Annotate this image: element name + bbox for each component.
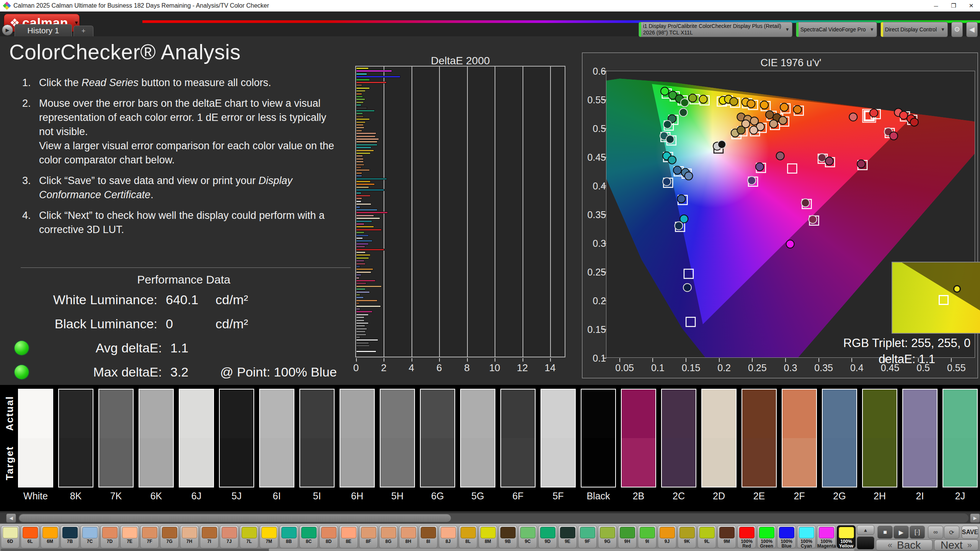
deltae-bar[interactable] bbox=[356, 201, 361, 202]
maximize-icon[interactable]: ❐ bbox=[945, 0, 962, 11]
measured-point[interactable] bbox=[661, 87, 669, 95]
deltae-bar[interactable] bbox=[356, 268, 373, 270]
deltae-bar[interactable] bbox=[356, 215, 374, 217]
deltae-bar[interactable] bbox=[356, 263, 366, 265]
deltae-bar[interactable] bbox=[356, 235, 369, 236]
scroll-right-icon[interactable]: ▶ bbox=[970, 514, 980, 523]
pattern-button-7D[interactable]: 7D bbox=[100, 525, 119, 548]
deltae-bar[interactable] bbox=[356, 141, 377, 143]
pattern-button-8D[interactable]: 8D bbox=[319, 525, 338, 548]
pattern-button-9L[interactable]: 9L bbox=[697, 525, 716, 548]
comparator-patch-6I[interactable] bbox=[259, 389, 294, 487]
deltae-bar[interactable] bbox=[356, 186, 369, 188]
tab-history-1[interactable]: History 1 bbox=[15, 24, 72, 36]
deltae-bar[interactable] bbox=[356, 237, 363, 239]
comparator-patch-6G[interactable] bbox=[420, 389, 455, 487]
pattern-button-8C[interactable]: 8C bbox=[299, 525, 318, 548]
measured-point[interactable] bbox=[666, 135, 674, 143]
deltae-bar[interactable] bbox=[356, 302, 359, 304]
deltae-bar[interactable] bbox=[356, 254, 371, 256]
deltae-bar[interactable] bbox=[356, 203, 371, 205]
palette-scrollbar[interactable] bbox=[1, 549, 854, 551]
measured-point[interactable] bbox=[699, 95, 707, 103]
deltae-bar[interactable] bbox=[356, 178, 387, 180]
deltae-bar[interactable] bbox=[356, 90, 366, 92]
deltae-bar[interactable] bbox=[356, 96, 363, 98]
pattern-button-9K[interactable]: 9K bbox=[678, 525, 696, 548]
deltae-bar[interactable] bbox=[356, 271, 371, 273]
play-button[interactable]: ▶ bbox=[893, 526, 909, 539]
deltae-bar[interactable] bbox=[356, 251, 366, 253]
custom-pattern-swatch[interactable] bbox=[857, 536, 874, 549]
deltae-bar[interactable] bbox=[356, 277, 359, 279]
deltae-bar[interactable] bbox=[356, 152, 371, 154]
deltae-bar[interactable] bbox=[356, 98, 365, 100]
deltae-bar[interactable] bbox=[356, 300, 377, 302]
deltae-bar[interactable] bbox=[356, 84, 362, 86]
session-play-button[interactable]: ▶ bbox=[2, 24, 13, 36]
pattern-button-8M[interactable]: 8M bbox=[479, 525, 497, 548]
deltae-bar[interactable] bbox=[356, 161, 364, 163]
deltae-bar[interactable] bbox=[356, 73, 367, 75]
deltae-bar[interactable] bbox=[356, 209, 377, 211]
deltae-bar[interactable] bbox=[356, 121, 366, 123]
palette-scrollbar-thumb[interactable] bbox=[269, 549, 854, 551]
deltae-bar[interactable] bbox=[356, 150, 374, 152]
deltae-bar[interactable] bbox=[356, 240, 372, 242]
measured-point[interactable] bbox=[750, 117, 758, 125]
measured-point[interactable] bbox=[679, 108, 688, 116]
deltae-bar[interactable] bbox=[356, 138, 379, 140]
pattern-button-100Magenta[interactable]: 100% Magenta bbox=[817, 525, 836, 548]
deltae-bar[interactable] bbox=[356, 328, 367, 330]
pattern-button-100Yellow[interactable]: 100% Yellow bbox=[837, 525, 856, 548]
deltae-bar[interactable] bbox=[356, 164, 364, 166]
deltae-bar[interactable] bbox=[356, 135, 376, 137]
comparator-patch-5F[interactable] bbox=[541, 389, 576, 487]
measured-point[interactable] bbox=[668, 156, 676, 164]
deltae-bar[interactable] bbox=[356, 212, 388, 214]
pattern-button-7H[interactable]: 7H bbox=[180, 525, 199, 548]
deltae-bar[interactable] bbox=[356, 314, 369, 316]
deltae-bar[interactable] bbox=[356, 172, 362, 174]
comparator-patch-Black[interactable] bbox=[581, 389, 616, 487]
comparator-patch-6J[interactable] bbox=[179, 389, 214, 487]
pattern-button-7L[interactable]: 7L bbox=[240, 525, 258, 548]
deltae-bar[interactable] bbox=[356, 334, 366, 336]
deltae-bar[interactable] bbox=[356, 70, 392, 72]
pattern-button-9H[interactable]: 9H bbox=[618, 525, 637, 548]
pattern-button-9F[interactable]: 9F bbox=[578, 525, 597, 548]
measured-point[interactable] bbox=[849, 113, 857, 121]
pattern-button-7J[interactable]: 7J bbox=[220, 525, 238, 548]
measured-point[interactable] bbox=[857, 160, 865, 168]
measured-point[interactable] bbox=[683, 284, 691, 292]
measured-point[interactable] bbox=[689, 94, 697, 102]
measured-point[interactable] bbox=[780, 103, 788, 111]
pattern-button-9J[interactable]: 9J bbox=[658, 525, 676, 548]
pattern-button-9B[interactable]: 9B bbox=[498, 525, 517, 548]
deltae-bar[interactable] bbox=[356, 243, 369, 245]
deltae-bar[interactable] bbox=[356, 246, 365, 248]
deltae-bar[interactable] bbox=[356, 104, 361, 106]
comparator-patch-White[interactable] bbox=[18, 389, 53, 487]
deltae-bar[interactable] bbox=[356, 158, 364, 160]
deltae-bar[interactable] bbox=[356, 217, 380, 219]
next-button[interactable]: Next » bbox=[934, 540, 978, 551]
pattern-button-8G[interactable]: 8G bbox=[379, 525, 398, 548]
pattern-button-9I[interactable]: 9I bbox=[638, 525, 657, 548]
measured-point[interactable] bbox=[737, 126, 745, 134]
comparator-patch-2H[interactable] bbox=[862, 389, 897, 487]
deltae-bar[interactable] bbox=[356, 322, 369, 324]
meter-dropdown-1[interactable]: SpectraCal VideoForge Pro▼ bbox=[796, 22, 877, 37]
measured-point[interactable] bbox=[680, 215, 688, 223]
deltae-bar[interactable] bbox=[356, 197, 362, 199]
measured-point[interactable] bbox=[818, 153, 826, 161]
deltae-bar[interactable] bbox=[356, 342, 369, 344]
deltae-bar[interactable] bbox=[356, 350, 376, 352]
measured-point[interactable] bbox=[677, 195, 685, 203]
comparator-patch-2G[interactable] bbox=[822, 389, 857, 487]
deltae-bar[interactable] bbox=[356, 291, 370, 293]
save-button[interactable]: SAVE bbox=[962, 526, 978, 539]
measured-point[interactable] bbox=[910, 118, 918, 126]
deltae-bar[interactable] bbox=[356, 257, 369, 259]
pattern-button-7E[interactable]: 7E bbox=[120, 525, 139, 548]
